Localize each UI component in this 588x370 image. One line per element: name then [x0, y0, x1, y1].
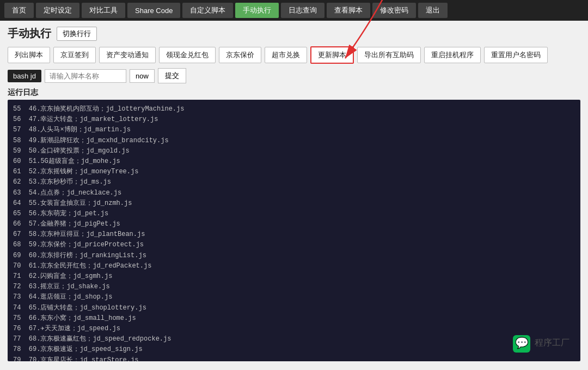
btn-update-script[interactable]: 更新脚本 — [310, 46, 354, 64]
wm-text: 程序工厂 — [535, 337, 569, 351]
log-lines-container: 55 46.京东抽奖机内部互动；jd_lotteryMachine.js56 4… — [13, 104, 575, 361]
nav-home[interactable]: 首页 — [4, 3, 34, 18]
wm-icon: 💬 — [513, 335, 530, 353]
log-line: 55 46.京东抽奖机内部互动；jd_lotteryMachine.js — [13, 104, 575, 114]
btn-list-script[interactable]: 列出脚本 — [8, 47, 50, 63]
btn-export-codes[interactable]: 导出所有互助码 — [357, 47, 421, 63]
log-line: 56 47.幸运大转盘；jd_market_lottery.js — [13, 114, 575, 125]
log-line: 62 53.京东秒秒币；jd_ms.js — [13, 177, 575, 187]
log-line: 74 65.店铺大转盘；jd_shoplottery.js — [13, 303, 575, 313]
log-line: 59 50.金口碑奖投票；jd_mgold.js — [13, 146, 575, 156]
log-line: 64 55.女装盲盒抽京豆；jd_nzmh.js — [13, 198, 575, 209]
log-line: 58 49.新潮品牌狂欢；jd_mcxhd_brandcity.js — [13, 136, 575, 146]
nav-timer[interactable]: 定时设定 — [36, 3, 79, 18]
btn-jd-sign[interactable]: 京豆签到 — [53, 47, 96, 63]
watermark: 💬 程序工厂 — [513, 335, 569, 353]
bash-row: bash jd now 提交 — [8, 68, 580, 83]
log-line: 63 54.点点券；jd_necklace.js — [13, 188, 575, 198]
log-line: 78 69.京东极速返；jd_speed_sign.js — [13, 344, 575, 355]
log-area[interactable]: 55 46.京东抽奖机内部互动；jd_lotteryMachine.js56 4… — [8, 100, 580, 361]
nav-sharecode[interactable]: Share Code — [127, 3, 180, 18]
log-line: 70 61.京东全民开红包；jd_redPacket.js — [13, 261, 575, 271]
log-line: 76 67.✈️天天加速；jd_speed.js — [13, 324, 575, 334]
btn-price-protect[interactable]: 京东保价 — [219, 47, 261, 63]
btn-cash-redpkt[interactable]: 领现金兑红包 — [159, 47, 216, 63]
log-label: 运行日志 — [8, 88, 580, 98]
annotation-container: 列出脚本 京豆签到 资产变动通知 领现金兑红包 京东保价 超市兑换 更新脚本 导… — [8, 46, 580, 64]
log-line: 67 58.京东种豆得豆；jd_plantBean.js — [13, 229, 575, 240]
log-line: 69 60.京东排行榜；jd_rankingList.js — [13, 251, 575, 261]
submit-button[interactable]: 提交 — [158, 68, 186, 83]
log-line: 72 63.摇京豆；jd_shake.js — [13, 282, 575, 292]
log-line: 77 68.京东极速赢红包；jd_speed_redpocke.js — [13, 334, 575, 344]
log-line: 71 62.闪购盲盒；jd_sgmh.js — [13, 271, 575, 282]
script-name-input[interactable] — [45, 69, 126, 83]
btn-asset-notify[interactable]: 资产变动通知 — [99, 47, 156, 63]
log-line: 65 56.东东萌宠；jd_pet.js — [13, 209, 575, 219]
nav-view-script[interactable]: 查看脚本 — [327, 3, 370, 18]
nav-manual-exec[interactable]: 手动执行 — [235, 3, 279, 18]
toolbar-row: 列出脚本 京豆签到 资产变动通知 领现金兑红包 京东保价 超市兑换 更新脚本 导… — [8, 46, 580, 64]
switch-button[interactable]: 切换行行 — [57, 27, 97, 41]
title-row: 手动执行 切换行行 — [8, 26, 580, 41]
nav-logout[interactable]: 退出 — [418, 3, 448, 18]
log-line: 61 52.京东摇钱树；jd_moneyTree.js — [13, 167, 575, 177]
log-line: 73 64.逛店领豆；jd_shop.js — [13, 292, 575, 302]
nav-compare[interactable]: 对比工具 — [82, 3, 125, 18]
log-line: 57 48.人头马×博朗；jd_martin.js — [13, 125, 575, 135]
page-title: 手动执行 — [8, 26, 51, 41]
nav-log-query[interactable]: 日志查询 — [281, 3, 324, 18]
nav-change-pwd[interactable]: 修改密码 — [372, 3, 416, 18]
log-line: 75 66.东东小窝；jd_small_home.js — [13, 313, 575, 324]
log-line: 68 59.京东保价；jd_priceProtect.js — [13, 240, 575, 250]
log-line: 60 51.5G超级盲盒；jd_mohe.js — [13, 156, 575, 167]
bash-label: bash jd — [8, 70, 41, 82]
top-nav: 首页 定时设定 对比工具 Share Code 自定义脚本 手动执行 日志查询 … — [0, 0, 588, 21]
log-line: 79 70.京东星店长；jd_starStore.js — [13, 355, 575, 362]
btn-restart-program[interactable]: 重启挂机程序 — [424, 47, 481, 63]
btn-supermarket-exchange[interactable]: 超市兑换 — [265, 47, 307, 63]
nav-custom-script[interactable]: 自定义脚本 — [182, 3, 233, 18]
log-line: 66 57.金融养猪；jd_pigPet.js — [13, 219, 575, 229]
page-content: 手动执行 切换行行 列出脚本 京豆签到 资产变动通知 领现金兑红包 京东保价 超… — [0, 21, 588, 365]
btn-reset-pwd[interactable]: 重置用户名密码 — [484, 47, 548, 63]
now-button[interactable]: now — [130, 69, 155, 83]
